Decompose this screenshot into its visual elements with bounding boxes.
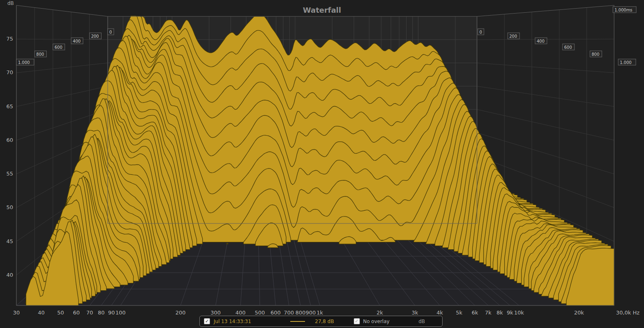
freq-tick-label: 60 [73, 310, 80, 316]
no-overlay-label: No overlay [363, 319, 390, 324]
waterfall-plot-canvas[interactable]: 7570656055504540304050607080901002003004… [0, 0, 644, 328]
time-tick-label-right: 400 [537, 39, 545, 43]
cursor-level-value: 27,8 dB [315, 319, 334, 324]
legend-unit-label: dB [418, 319, 425, 324]
freq-tick-label: 90 [108, 310, 115, 316]
time-tick-label-left: 800 [36, 52, 44, 57]
freq-tick-label: 7k [485, 310, 492, 316]
freq-tick-label: 900 [305, 310, 316, 316]
freq-tick-label: 3k [411, 310, 418, 316]
no-overlay-checkbox[interactable]: ✓ [354, 318, 360, 324]
time-tick-label-left: 600 [54, 45, 62, 50]
freq-tick-label: 400 [235, 310, 246, 316]
freq-tick-label: 20k [574, 310, 584, 316]
freq-tick-label: 30 [13, 310, 20, 316]
freq-tick-label: 2k [377, 310, 383, 316]
db-tick-label: 60 [6, 137, 13, 143]
freq-tick-label: 800 [296, 310, 306, 316]
freq-tick-label: 10k [514, 310, 524, 316]
time-tick-label-right: 800 [592, 52, 599, 57]
time-tick-label-left: 400 [73, 39, 81, 43]
db-tick-label: 65 [6, 103, 13, 109]
time-tick-label-right: 0 [479, 30, 482, 34]
freq-axis-end-label: 30,0k Hz [616, 310, 639, 316]
page-title: Waterfall [0, 6, 644, 14]
freq-tick-label: 70 [86, 310, 93, 316]
freq-tick-label: 300 [210, 310, 221, 316]
measurement-trace-color-line [290, 321, 305, 322]
time-tick-label-left: 200 [91, 34, 99, 39]
db-tick-label: 70 [6, 69, 13, 75]
measurement-label: Jul 13 14:33:31 [214, 319, 251, 324]
freq-tick-label: 6k [472, 310, 478, 316]
db-tick-label: 75 [6, 36, 13, 42]
freq-tick-label: 9k [507, 310, 513, 316]
freq-tick-label: 700 [284, 310, 294, 316]
time-tick-label-right: 600 [564, 45, 572, 50]
time-tick-label-left: 0 [109, 30, 112, 34]
freq-tick-label: 8k [497, 310, 503, 316]
db-tick-label: 45 [6, 238, 13, 244]
time-tick-label-right: 200 [509, 34, 517, 39]
freq-tick-label: 4k [436, 310, 443, 316]
db-tick-label: 50 [6, 204, 13, 210]
freq-tick-label: 1k [316, 310, 323, 316]
measurement-checkbox[interactable]: ✓ [204, 318, 210, 324]
waterfall-app-window: 7570656055504540304050607080901002003004… [0, 0, 644, 328]
freq-tick-label: 50 [57, 310, 64, 316]
legend-bar: ✓ Jul 13 14:33:31 27,8 dB ✓ No overlay d… [199, 316, 443, 327]
freq-tick-label: 200 [176, 310, 186, 316]
y-axis-unit-label: dB [7, 0, 14, 6]
db-tick-label: 55 [6, 171, 13, 177]
freq-tick-label: 80 [98, 310, 105, 316]
freq-tick-label: 5k [456, 310, 462, 316]
time-tick-label-left: 1.000 [18, 60, 30, 65]
freq-tick-label: 600 [271, 310, 281, 316]
db-tick-label: 40 [6, 272, 13, 278]
time-tick-label-right: 1.000 [620, 60, 632, 65]
freq-tick-label: 500 [255, 310, 265, 316]
freq-tick-label: 100 [115, 310, 126, 316]
freq-tick-label: 40 [38, 310, 45, 316]
